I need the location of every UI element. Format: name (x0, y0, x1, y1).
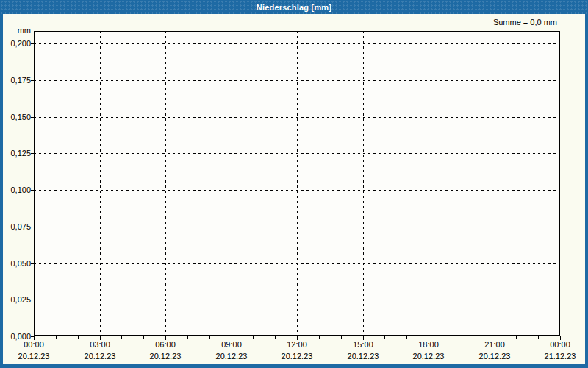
window-frame-bottom (0, 364, 588, 368)
x-tick-minor (384, 336, 385, 339)
x-tick-minor (121, 336, 122, 339)
x-tick-minor (516, 336, 517, 339)
gridline-vertical (495, 31, 495, 336)
y-tick-label: 0,100 (0, 185, 31, 195)
x-tick-minor (56, 336, 57, 339)
y-tick-label: 0,125 (0, 149, 31, 158)
y-tick (31, 80, 34, 81)
x-tick-minor (253, 336, 254, 339)
x-tick-minor (209, 336, 210, 339)
x-date-label: 21.12.23 (537, 352, 584, 361)
x-date-label: 20.12.23 (405, 352, 452, 361)
chart-window: Niederschlag [mm] Summe = 0,0 mm mm 0,20… (0, 0, 588, 368)
y-tick-label: 0,050 (0, 259, 31, 269)
y-tick (31, 227, 34, 227)
x-tick-minor (319, 336, 320, 339)
y-tick (31, 153, 34, 154)
y-tick (31, 117, 34, 118)
x-tick-minor (538, 336, 539, 339)
x-tick-minor (406, 336, 407, 339)
x-time-label: 00:00 (537, 340, 584, 350)
gridline-vertical (165, 31, 166, 336)
x-time-label: 00:00 (10, 340, 57, 350)
x-date-label: 20.12.23 (76, 352, 123, 361)
gridline-vertical (429, 31, 429, 336)
y-tick (31, 300, 34, 300)
y-tick (31, 190, 34, 191)
x-time-label: 09:00 (208, 340, 255, 350)
y-tick-label: 0,075 (0, 222, 31, 232)
x-tick-minor (451, 336, 451, 339)
sum-label: Summe = 0,0 mm (340, 18, 557, 26)
x-tick-minor (341, 336, 342, 339)
x-time-label: 15:00 (340, 340, 387, 350)
y-tick (31, 263, 34, 264)
gridline-vertical (297, 31, 298, 336)
gridline-vertical (100, 31, 101, 336)
x-date-label: 20.12.23 (10, 352, 57, 361)
y-tick-label: 0,200 (0, 39, 31, 49)
x-date-label: 20.12.23 (273, 352, 320, 361)
y-tick-label: 0,150 (0, 113, 31, 122)
x-tick-minor (143, 336, 144, 339)
y-axis-unit: mm (0, 26, 31, 35)
x-time-label: 21:00 (471, 340, 518, 350)
title-bar: Niederschlag [mm] (0, 0, 588, 14)
x-date-label: 20.12.23 (340, 352, 387, 361)
y-tick (31, 43, 34, 44)
y-tick-label: 0,025 (0, 295, 31, 305)
gridline-vertical (232, 31, 232, 336)
x-time-label: 06:00 (142, 340, 189, 350)
x-date-label: 20.12.23 (471, 352, 518, 361)
gridline-vertical (363, 31, 364, 336)
x-date-label: 20.12.23 (142, 352, 189, 361)
x-time-label: 12:00 (273, 340, 320, 350)
x-date-label: 20.12.23 (208, 352, 255, 361)
y-tick-label: 0,175 (0, 76, 31, 85)
x-time-label: 18:00 (405, 340, 452, 350)
x-tick-minor (187, 336, 188, 339)
x-tick-minor (78, 336, 79, 339)
chart-title: Niederschlag [mm] (257, 3, 331, 12)
x-tick-minor (473, 336, 473, 339)
x-tick-minor (275, 336, 276, 339)
window-frame-right (585, 14, 588, 368)
x-time-label: 03:00 (76, 340, 123, 350)
